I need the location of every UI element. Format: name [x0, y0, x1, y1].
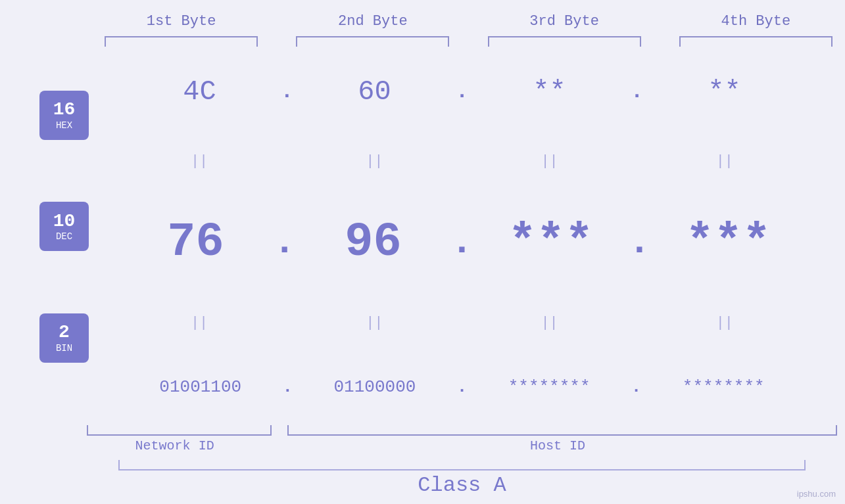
host-id-label: Host ID	[270, 438, 845, 453]
eq-2-3: ||	[469, 316, 631, 331]
byte-header-4: 4th Byte	[660, 13, 845, 30]
equals-row-2: || || || ||	[118, 315, 806, 332]
bin-badge: 2 BIN	[39, 313, 89, 363]
bin-badge-number: 2	[59, 323, 70, 343]
byte-headers: 1st Byte 2nd Byte 3rd Byte 4th Byte	[85, 13, 845, 30]
byte-header-2: 2nd Byte	[277, 13, 468, 30]
bin-val-2: 01100000	[293, 377, 457, 397]
eq-1-4: ||	[644, 154, 806, 169]
bracket-4	[679, 36, 833, 47]
eq-1-1: ||	[118, 154, 280, 169]
bracket-1	[105, 36, 258, 47]
eq-1-3: ||	[469, 154, 631, 169]
dec-badge: 10 DEC	[39, 202, 89, 251]
dec-row: 76 . 96 . *** . ***	[118, 216, 806, 269]
bin-val-3: ********	[467, 377, 631, 397]
dec-dot-1: .	[273, 221, 296, 263]
bracket-2	[296, 36, 449, 47]
bin-dot-3: .	[631, 377, 642, 397]
eq-2-2: ||	[293, 316, 455, 331]
bracket-cell-1	[85, 36, 277, 47]
bottom-section: Network ID Host ID	[39, 425, 806, 453]
host-bracket	[287, 425, 837, 436]
dec-badge-label: DEC	[56, 231, 72, 242]
hex-badge-number: 16	[53, 100, 76, 120]
bottom-labels-row: Network ID Host ID	[79, 438, 845, 453]
bin-badge-label: BIN	[56, 343, 72, 354]
bin-val-1: 01001100	[118, 377, 283, 397]
hex-val-3: **	[468, 76, 631, 108]
hex-badge-label: HEX	[56, 120, 72, 131]
hex-val-2: 60	[293, 76, 456, 108]
hex-dot-1: .	[281, 80, 293, 104]
bracket-cell-3	[469, 36, 660, 47]
equals-row-1: || || || ||	[118, 153, 806, 170]
bracket-cell-2	[277, 36, 468, 47]
network-id-label: Network ID	[79, 438, 270, 453]
byte-header-3: 3rd Byte	[469, 13, 660, 30]
class-bracket	[118, 460, 806, 470]
dec-dot-3: .	[628, 221, 651, 263]
hex-val-1: 4C	[118, 76, 281, 108]
eq-1-2: ||	[293, 154, 455, 169]
bottom-brackets-row	[79, 425, 845, 436]
hex-badge: 16 HEX	[39, 91, 89, 140]
eq-2-1: ||	[118, 316, 280, 331]
dec-val-2: 96	[296, 216, 450, 269]
badges-column: 16 HEX 10 DEC 2 BIN	[39, 53, 118, 420]
class-section: Class A	[39, 460, 806, 497]
top-bracket-row	[85, 36, 845, 47]
main-container: 1st Byte 2nd Byte 3rd Byte 4th Byte 16 H…	[0, 0, 845, 504]
watermark: ipshu.com	[797, 489, 836, 499]
network-bracket	[87, 425, 272, 436]
data-grid: 4C . 60 . ** . ** || || || || 76	[118, 53, 806, 420]
bin-val-4: ********	[641, 377, 806, 397]
bin-dot-1: .	[283, 377, 293, 397]
hex-val-4: **	[643, 76, 806, 108]
bin-dot-2: .	[457, 377, 468, 397]
dec-badge-number: 10	[53, 212, 76, 232]
class-label: Class A	[118, 473, 806, 497]
hex-dot-2: .	[456, 80, 468, 104]
bracket-cell-4	[660, 36, 845, 47]
dec-val-4: ***	[651, 216, 806, 269]
dec-val-3: ***	[473, 216, 628, 269]
dec-val-1: 76	[118, 216, 273, 269]
eq-2-4: ||	[644, 316, 806, 331]
dec-dot-2: .	[450, 221, 473, 263]
hex-row: 4C . 60 . ** . **	[118, 76, 806, 108]
byte-header-1: 1st Byte	[85, 13, 277, 30]
bracket-3	[488, 36, 641, 47]
bin-row: 01001100 . 01100000 . ******** . *******…	[118, 377, 806, 397]
hex-dot-3: .	[631, 80, 643, 104]
content-area: 16 HEX 10 DEC 2 BIN 4C . 60 . ** . **	[39, 53, 806, 420]
